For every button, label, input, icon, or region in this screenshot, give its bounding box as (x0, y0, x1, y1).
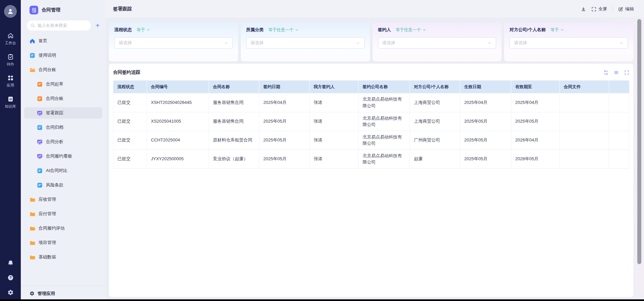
sidebar-item[interactable]: AI合同对比 (24, 165, 102, 176)
search-icon (31, 23, 35, 28)
sidebar-item-label: 合同台账 (39, 67, 56, 73)
table-row[interactable]: 已提交CCHT2025004原材料仓库租赁合同2025年05月张涛北京易点易动科… (113, 131, 629, 149)
chart-icon (37, 139, 43, 145)
table-cell: CCHT2025004 (147, 131, 209, 149)
filter-operator-label: 等于 (137, 27, 145, 33)
table-row[interactable]: 已提交JYXY202500005竞业协议（赵廉）2025年05月张涛北京易点易动… (113, 149, 629, 168)
table-cell (609, 93, 629, 112)
table-cell: 2025年05月 (460, 149, 511, 168)
column-header: 我方签约人 (310, 80, 359, 93)
chart-icon (37, 154, 43, 159)
sidebar-item-label: 应付管理 (39, 211, 56, 217)
edit-button[interactable]: 编辑 (618, 6, 634, 12)
rail-item-grid[interactable]: 应用 (7, 75, 14, 88)
search-input[interactable] (27, 20, 91, 31)
edit-label: 编辑 (625, 6, 634, 12)
panel-title: 合同签约追踪 (113, 69, 140, 75)
filter-value-select[interactable]: 请选择 (246, 37, 365, 49)
sidebar-item-label: 使用说明 (39, 52, 56, 58)
table-cell: 2025年05月 (259, 112, 310, 131)
sidebar-item[interactable]: 合同台账 (24, 64, 102, 75)
rail-item-book-ai[interactable]: 知识库 (5, 96, 16, 109)
folder-icon (30, 254, 35, 260)
table-cell: 张涛 (310, 131, 359, 149)
fullscreen-button[interactable]: 全屏 (591, 6, 607, 12)
sidebar-item[interactable]: 项目管理 (24, 237, 102, 248)
vertical-scrollbar[interactable] (637, 19, 641, 264)
table-cell: 上海商贸公司 (410, 93, 460, 112)
table-cell: 北京易点易动科技有限公司 (359, 93, 410, 112)
expand-icon[interactable] (624, 70, 629, 75)
rail-icon (7, 33, 14, 39)
sidebar-item[interactable]: 合同起草 (24, 78, 102, 90)
sidebar-item[interactable]: 合同履约评估 (24, 223, 102, 234)
filter-operator-dropdown[interactable]: 等于 (137, 27, 150, 33)
table-cell: 2025年05月 (460, 131, 511, 149)
sidebar-item[interactable]: 应付管理 (24, 208, 102, 220)
table-cell: 2025年05月 (460, 112, 511, 131)
table-cell: 2025年04月 (259, 93, 310, 112)
rail-question-button[interactable] (7, 275, 14, 281)
app-title: 合同管理 (42, 7, 60, 13)
filter-value-select[interactable]: 请选择 (114, 37, 233, 49)
sidebar-item[interactable]: 合同履约看板 (24, 150, 102, 162)
contract-table: 流程状态合同编号合同名称签约日期我方签约人签约公司名称对方公司/个人名称生效日期… (113, 80, 629, 169)
doc-icon (37, 125, 43, 130)
table-cell (560, 112, 609, 131)
rail-item-label: 应用 (7, 83, 14, 88)
filter-operator-dropdown[interactable]: 等于任意一个 (268, 27, 299, 33)
chevron-down-icon (560, 28, 564, 32)
refresh-icon[interactable] (603, 70, 608, 75)
select-placeholder: 请选择 (119, 40, 132, 46)
filter-operator-label: 等于任意一个 (268, 27, 293, 33)
filter-operator-label: 等于 (550, 27, 559, 33)
add-button[interactable]: + (94, 22, 101, 29)
table-cell: 2025年05月 (259, 131, 310, 149)
sidebar-item[interactable]: 应收管理 (24, 194, 102, 205)
table-cell: 2028年05月 (511, 149, 560, 168)
filter-value-select[interactable]: 请选择 (378, 37, 496, 49)
question-icon (7, 275, 14, 281)
column-header: 合同文件 (560, 80, 609, 93)
sidebar-item[interactable]: 基础数据 (24, 251, 102, 263)
sidebar-item[interactable]: 合同分析 (24, 136, 102, 147)
sidebar-item[interactable]: 首页 (24, 35, 102, 47)
table-cell: 已提交 (113, 149, 147, 168)
table-row[interactable]: 已提交XS2025041005服务器销售合同2025年05月张涛北京易点易动科技… (113, 112, 629, 131)
sidebar-item-label: 合同归档 (46, 124, 63, 130)
sidebar-item[interactable]: 风险条款 (24, 179, 102, 191)
chevron-down-icon (619, 41, 624, 45)
avatar[interactable] (4, 5, 17, 18)
sidebar-item[interactable]: 合同台账 (24, 93, 102, 104)
table-row[interactable]: 已提交XSHT202504026445服务器销售合同2025年04月张涛北京易点… (113, 93, 629, 112)
rail-gear-button[interactable] (7, 289, 14, 296)
rail-item-label: 待办 (7, 62, 14, 67)
sidebar-item[interactable]: 合同归档 (24, 122, 102, 133)
doc-icon (37, 96, 43, 102)
page-title: 签署跟踪 (113, 6, 132, 12)
select-placeholder: 请选择 (514, 40, 527, 46)
table-cell: 张涛 (310, 93, 359, 112)
sidebar-item-label: 签署跟踪 (46, 110, 63, 116)
filter-operator-dropdown[interactable]: 等于任意一个 (396, 27, 426, 33)
rail-bell-button[interactable] (7, 260, 14, 266)
folder-icon (30, 197, 35, 202)
sidebar-item-label: 项目管理 (39, 240, 56, 246)
doc-icon (37, 81, 43, 87)
manage-app-button[interactable]: 管理应用 (21, 286, 106, 301)
rail-item-clipboard[interactable]: 待办 (7, 54, 14, 67)
chevron-down-icon (422, 28, 426, 32)
dashboard-content: 流程状态 等于 请选择 所属分类 等于任意一个 请选择 签约人 等于任意一个 (106, 18, 644, 301)
sidebar-item[interactable]: 使用说明 (24, 50, 102, 61)
filter-value-select[interactable]: 请选择 (509, 37, 628, 49)
sidebar-item[interactable]: 签署跟踪 (24, 107, 102, 119)
rail-item-home-o[interactable]: 工作台 (5, 33, 16, 46)
table-cell: 2025年05月 (511, 112, 560, 131)
chevron-down-icon (146, 28, 150, 32)
list-settings-icon[interactable] (614, 70, 619, 75)
filter-operator-dropdown[interactable]: 等于 (550, 27, 564, 33)
filter-label: 签约人 (378, 27, 391, 33)
table-cell: 上海商贸公司 (410, 112, 460, 131)
contract-app-icon (30, 6, 38, 14)
download-button[interactable] (581, 7, 586, 12)
